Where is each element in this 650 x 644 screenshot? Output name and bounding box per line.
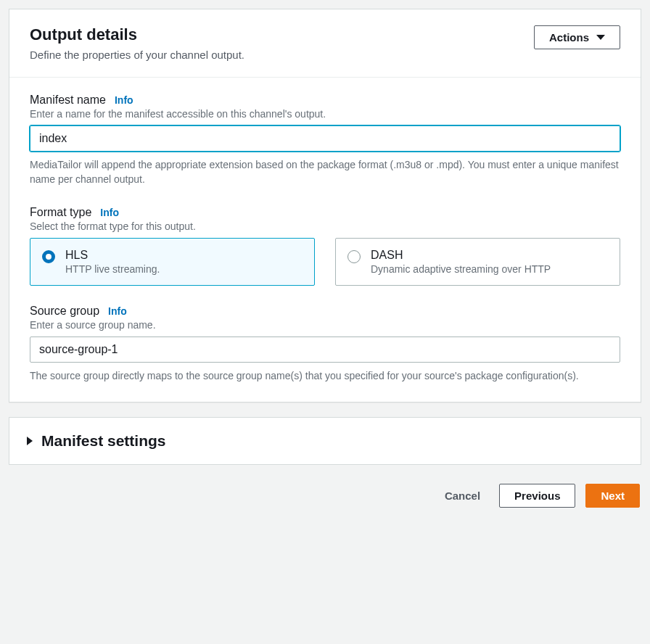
- source-group-desc: Enter a source group name.: [30, 319, 620, 331]
- panel-subtitle: Define the properties of your channel ou…: [30, 49, 244, 61]
- manifest-name-help: MediaTailor will append the appropriate …: [30, 157, 620, 187]
- panel-body: Manifest name Info Enter a name for the …: [9, 78, 641, 402]
- panel-header: Output details Define the properties of …: [9, 9, 641, 78]
- next-button[interactable]: Next: [585, 484, 640, 508]
- format-option-dash[interactable]: DASH Dynamic adaptive streaming over HTT…: [335, 238, 620, 286]
- output-details-panel: Output details Define the properties of …: [9, 9, 641, 402]
- previous-button[interactable]: Previous: [499, 484, 575, 508]
- source-group-group: Source group Info Enter a source group n…: [30, 305, 620, 383]
- actions-label: Actions: [549, 31, 589, 44]
- actions-button[interactable]: Actions: [534, 25, 620, 49]
- radio-icon: [42, 250, 55, 263]
- source-group-help: The source group directly maps to the so…: [30, 368, 620, 383]
- format-hls-title: HLS: [65, 249, 160, 262]
- manifest-name-group: Manifest name Info Enter a name for the …: [30, 94, 620, 187]
- format-type-label: Format type: [30, 206, 91, 219]
- manifest-settings-title: Manifest settings: [41, 432, 166, 450]
- format-hls-desc: HTTP live streaming.: [65, 263, 160, 275]
- manifest-settings-panel[interactable]: Manifest settings: [9, 417, 641, 465]
- source-group-info-link[interactable]: Info: [108, 305, 127, 317]
- source-group-input[interactable]: [30, 337, 620, 363]
- footer-actions: Cancel Previous Next: [9, 484, 641, 508]
- manifest-name-info-link[interactable]: Info: [115, 94, 133, 106]
- panel-title: Output details: [30, 25, 244, 44]
- manifest-name-desc: Enter a name for the manifest accessible…: [30, 108, 620, 120]
- caret-down-icon: [596, 35, 605, 40]
- format-type-desc: Select the format type for this output.: [30, 220, 620, 232]
- format-type-info-link[interactable]: Info: [100, 207, 119, 218]
- manifest-name-input[interactable]: [30, 125, 620, 152]
- format-dash-desc: Dynamic adaptive streaming over HTTP: [371, 263, 551, 275]
- cancel-button[interactable]: Cancel: [436, 484, 489, 507]
- manifest-name-label: Manifest name: [30, 94, 106, 107]
- format-dash-title: DASH: [371, 249, 551, 262]
- expand-right-icon: [27, 437, 33, 445]
- radio-icon: [347, 250, 361, 263]
- source-group-label: Source group: [30, 305, 99, 318]
- format-type-group: Format type Info Select the format type …: [30, 206, 620, 286]
- format-option-hls[interactable]: HLS HTTP live streaming.: [30, 238, 315, 286]
